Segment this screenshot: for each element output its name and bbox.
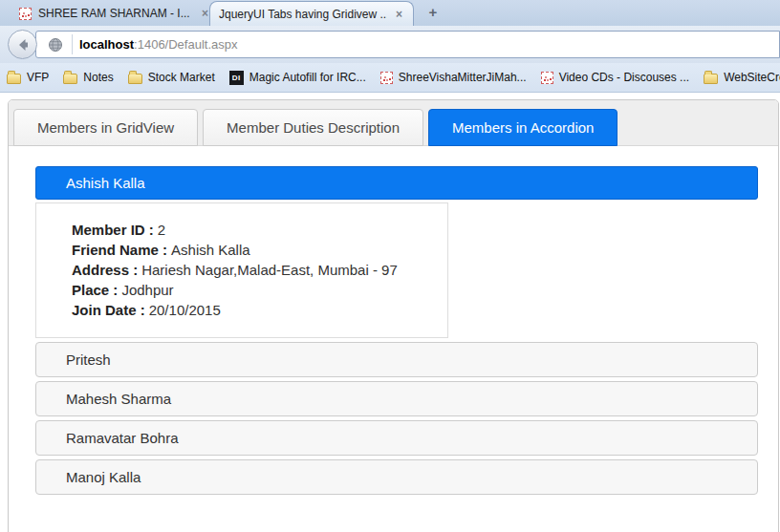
url-domain: localhost <box>79 37 134 52</box>
detail-label: Place : <box>72 282 118 298</box>
detail-member-id: Member ID :2 <box>72 220 438 240</box>
browser-tab-shree-ram[interactable]: SHREE RAM SHARNAM - I... × <box>19 3 210 24</box>
browser-window: SHREE RAM SHARNAM - I... × JqueryUI Tabs… <box>0 0 780 532</box>
page-tab-strip: Members in GridView Member Duties Descri… <box>9 100 778 146</box>
tab-panel-accordion: Ashish Kalla Member ID :2 Friend Name :A… <box>9 146 778 495</box>
address-bar[interactable]: localhost:1406/Default.aspx <box>35 31 780 58</box>
detail-label: Friend Name : <box>72 242 167 258</box>
back-button[interactable] <box>8 30 37 59</box>
accordion-header-pritesh[interactable]: Pritesh <box>35 342 758 377</box>
accordion-panel-details: Member ID :2 Friend Name :Ashish Kalla A… <box>35 202 448 338</box>
accordion-header-ashish-kalla[interactable]: Ashish Kalla <box>35 166 758 200</box>
globe-icon <box>48 37 63 53</box>
bookmark-label: Notes <box>83 71 113 84</box>
browser-tab-jqueryui[interactable]: JqueryUI Tabs having Gridivew ... × <box>209 1 414 26</box>
detail-value: 2 <box>158 222 165 238</box>
detail-value: Ashish Kalla <box>171 242 250 258</box>
detail-value: 20/10/2015 <box>149 302 221 318</box>
url-path: :1406/Default.aspx <box>134 37 237 52</box>
browser-tab-title: SHREE RAM SHARNAM - I... <box>38 7 193 20</box>
bookmark-label: Stock Market <box>148 71 215 84</box>
bookmark-websitecreation[interactable]: WebSiteCreation <box>704 71 780 84</box>
bookmark-label: Magic Autofill for IRC... <box>249 71 366 84</box>
folder-icon <box>704 74 718 84</box>
new-tab-button[interactable]: + <box>423 5 443 21</box>
members-accordion: Ashish Kalla Member ID :2 Friend Name :A… <box>35 166 758 495</box>
tab-members-in-accordion[interactable]: Members in Accordion <box>428 109 618 146</box>
bookmark-video-cds[interactable]: Video CDs - Discouses ... <box>541 71 690 84</box>
bookmark-shreevishamitter[interactable]: ShreeVishaMitterJiMah... <box>380 71 527 84</box>
detail-address: Address :Hariesh Nagar,Malad-East, Mumba… <box>72 260 438 280</box>
di-badge-icon: DI <box>229 71 244 85</box>
broken-favicon-icon <box>19 8 32 20</box>
bookmark-label: WebSiteCreation <box>724 71 780 84</box>
broken-image-icon <box>541 72 553 84</box>
broken-image-icon <box>380 72 393 84</box>
folder-icon <box>7 74 21 84</box>
browser-tab-bar: SHREE RAM SHARNAM - I... × JqueryUI Tabs… <box>0 0 780 26</box>
navigation-bar: localhost:1406/Default.aspx <box>0 26 780 63</box>
back-arrow-icon <box>15 37 31 53</box>
close-icon[interactable]: × <box>394 8 404 21</box>
bookmark-notes[interactable]: Notes <box>63 71 113 84</box>
bookmark-label: Video CDs - Discouses ... <box>559 71 690 84</box>
folder-icon <box>63 74 77 84</box>
accordion-header-manoj-kalla[interactable]: Manoj Kalla <box>35 459 758 495</box>
bookmark-magic-autofill[interactable]: DI Magic Autofill for IRC... <box>229 71 366 85</box>
bookmarks-bar: VFP Notes Stock Market DI Magic Autofill… <box>0 63 780 93</box>
detail-label: Address : <box>72 262 138 278</box>
detail-join-date: Join Date :20/10/2015 <box>72 300 438 320</box>
bookmark-label: ShreeVishaMitterJiMah... <box>399 71 527 84</box>
bookmark-label: VFP <box>27 71 49 84</box>
tab-members-in-gridview[interactable]: Members in GridView <box>13 109 198 146</box>
tabs-widget: Members in GridView Member Duties Descri… <box>8 99 779 532</box>
detail-place: Place :Jodhpur <box>72 280 438 300</box>
detail-label: Join Date : <box>72 302 145 318</box>
detail-label: Member ID : <box>72 222 154 238</box>
bookmark-stock-market[interactable]: Stock Market <box>128 71 215 84</box>
browser-tab-title: JqueryUI Tabs having Gridivew ... <box>219 8 387 21</box>
tab-member-duties-description[interactable]: Member Duties Description <box>203 109 423 146</box>
page-content: Members in GridView Member Duties Descri… <box>0 93 780 532</box>
detail-friend-name: Friend Name :Ashish Kalla <box>72 240 438 260</box>
detail-value: Jodhpur <box>121 282 173 298</box>
accordion-header-ramavatar-bohra[interactable]: Ramavatar Bohra <box>35 420 758 456</box>
folder-icon <box>128 74 142 84</box>
url-separator <box>72 34 73 54</box>
url-text[interactable]: localhost:1406/Default.aspx <box>79 37 237 52</box>
bookmark-vfp[interactable]: VFP <box>7 71 49 84</box>
detail-value: Hariesh Nagar,Malad-East, Mumbai - 97 <box>141 262 398 278</box>
accordion-header-mahesh-sharma[interactable]: Mahesh Sharma <box>35 381 758 416</box>
